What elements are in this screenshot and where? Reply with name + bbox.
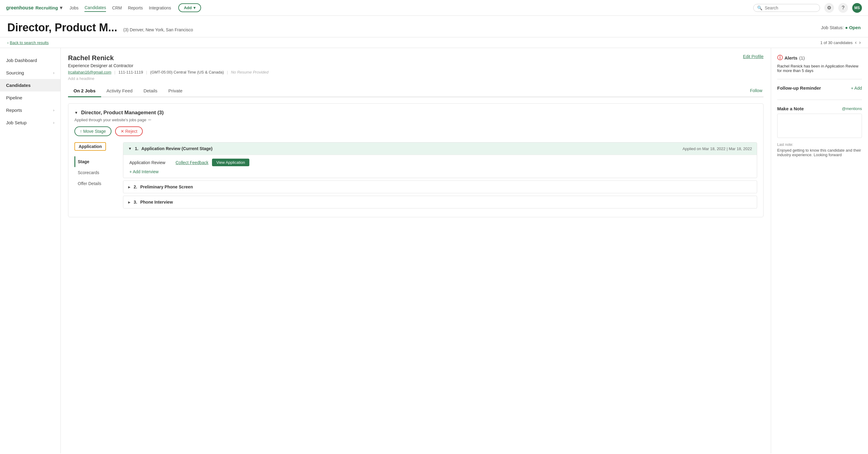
tabs: On 2 Jobs Activity Feed Details Private … [68, 85, 764, 97]
nav-crm[interactable]: CRM [112, 4, 122, 11]
add-reminder-link[interactable]: + Add [851, 86, 862, 91]
edit-source-icon[interactable]: ✏ [148, 118, 152, 122]
job-header: Director, Product M... (3) Denver, New Y… [0, 16, 868, 37]
nav-integrations[interactable]: Integrations [149, 4, 171, 11]
stage-sidebar: Application Stage Scorecards Offer Detai… [74, 142, 123, 211]
stage-1-date: Applied on Mar 18, 2022 | Mar 18, 2022 [682, 147, 752, 151]
status-dot: ● [845, 25, 849, 30]
nav-candidates[interactable]: Candidates [85, 4, 106, 12]
back-link-label[interactable]: Back to search results [10, 40, 49, 45]
sidebar-item-label: Reports [6, 108, 22, 113]
tab-private[interactable]: Private [163, 85, 188, 97]
sidebar-item-candidates[interactable]: Candidates [0, 79, 60, 91]
settings-icon: ⚙ [827, 5, 831, 11]
job-status: Job Status: ● Open [821, 21, 861, 30]
settings-button[interactable]: ⚙ [824, 3, 834, 13]
edit-profile-link[interactable]: Edit Profile [743, 54, 764, 59]
stage-content: ▼ 1. Application Review (Current Stage) … [123, 142, 757, 211]
help-button[interactable]: ? [838, 3, 848, 13]
note-textarea[interactable] [777, 114, 862, 138]
alerts-count: (1) [799, 55, 805, 60]
job-card: ▼ Director, Product Management (3) Appli… [68, 103, 764, 217]
search-icon: 🔍 [757, 5, 762, 10]
sidebar: Job Dashboard Sourcing › Candidates Pipe… [0, 48, 61, 453]
next-arrow[interactable]: › [859, 40, 861, 45]
prev-arrow[interactable]: ‹ [855, 40, 857, 45]
profile-meta: lrcallahan16@gmail.com | 111-111-1119 | … [68, 70, 269, 74]
sidebar-arrow-icon: › [53, 71, 54, 75]
stage-sidebar-offer-details[interactable]: Offer Details [74, 178, 123, 189]
stage-2-collapse-icon[interactable]: ▶ [128, 185, 131, 189]
sidebar-item-label: Sourcing [6, 70, 24, 75]
collapse-icon[interactable]: ▼ [74, 111, 78, 115]
stage-row-2: ▶ 2. Preliminary Phone Screen [123, 181, 757, 193]
stage-2-header: ▶ 2. Preliminary Phone Screen [123, 181, 757, 193]
alerts-section: ⓘ Alerts (1) Rachel Renick has been in A… [777, 54, 862, 79]
note-section: Make a Note @mentions Last note: Enjoyed… [777, 106, 862, 157]
stage-3-header: ▶ 3. Phone Interview [123, 196, 757, 208]
alerts-label: Alerts [784, 55, 798, 60]
profile-info: Rachel Renick Experience Designer at Con… [68, 54, 269, 81]
add-interview-link[interactable]: + Add Interview [129, 169, 158, 174]
sidebar-arrow-icon: › [53, 121, 54, 125]
status-value: Open [849, 25, 861, 30]
job-card-source: Applied through your website's jobs page… [74, 118, 757, 122]
avatar-initials: MS [854, 6, 860, 10]
stage-2-num: 2. [134, 184, 137, 189]
mentions-link[interactable]: @mentions [842, 107, 862, 111]
add-headline[interactable]: Add a headline [68, 76, 269, 81]
sidebar-item-job-dashboard[interactable]: Job Dashboard [0, 54, 60, 66]
top-nav: greenhouse Recruiting ▾ Jobs Candidates … [0, 0, 868, 16]
collect-feedback-link[interactable]: Collect Feedback [176, 160, 208, 165]
search-input[interactable] [765, 5, 816, 10]
sidebar-item-pipeline[interactable]: Pipeline [0, 91, 60, 104]
stage-1-num: 1. [135, 146, 138, 151]
tab-on-2-jobs[interactable]: On 2 Jobs [68, 85, 101, 97]
sidebar-arrow-icon: › [53, 108, 54, 113]
search-box: 🔍 [753, 4, 820, 12]
application-badge[interactable]: Application [74, 142, 106, 151]
pagination-text: 1 of 30 candidates [820, 40, 852, 45]
pagination: 1 of 30 candidates ‹ › [820, 40, 861, 45]
alerts-text: Rachel Renick has been in Application Re… [777, 64, 862, 73]
content-area: Rachel Renick Experience Designer at Con… [61, 48, 771, 453]
profile-email[interactable]: lrcallahan16@gmail.com [68, 70, 112, 74]
tab-activity-feed[interactable]: Activity Feed [101, 85, 138, 97]
alert-icon: ⓘ [777, 54, 783, 61]
profile-timezone: (GMT-05:00) Central Time (US & Canada) [150, 70, 224, 74]
follow-link[interactable]: Follow [749, 85, 764, 97]
sidebar-item-label: Candidates [6, 83, 31, 88]
last-note: Last note: Enjoyed getting to know this … [777, 143, 862, 157]
stage-sidebar-scorecards[interactable]: Scorecards [74, 167, 123, 178]
sidebar-item-sourcing[interactable]: Sourcing › [0, 66, 60, 79]
sidebar-item-job-setup[interactable]: Job Setup › [0, 116, 60, 129]
stage-3-collapse-icon[interactable]: ▶ [128, 201, 131, 204]
stage-1-collapse-icon[interactable]: ▼ [128, 147, 132, 151]
move-stage-button[interactable]: ↑ Move Stage [74, 126, 112, 136]
profile-phone: 111-111-1119 [119, 70, 143, 74]
stage-layout: Application Stage Scorecards Offer Detai… [74, 142, 757, 211]
back-link[interactable]: ‹ Back to search results [7, 40, 49, 45]
view-application-button[interactable]: View Application [212, 159, 249, 166]
alerts-title: ⓘ Alerts (1) [777, 54, 862, 61]
stage-1-name: Application Review (Current Stage) [142, 146, 213, 151]
follow-up-section: Follow-up Reminder + Add [777, 85, 862, 100]
nav-reports[interactable]: Reports [128, 4, 143, 11]
reject-button[interactable]: ✕ Reject [115, 126, 143, 136]
stage-detail-label: Application Review [129, 160, 172, 165]
nav-jobs[interactable]: Jobs [69, 4, 79, 11]
back-arrow-icon: ‹ [7, 40, 8, 45]
stage-2-name: Preliminary Phone Screen [140, 184, 193, 189]
tab-details[interactable]: Details [138, 85, 163, 97]
sidebar-item-label: Job Dashboard [6, 58, 37, 63]
action-buttons: ↑ Move Stage ✕ Reject [74, 126, 757, 136]
add-button[interactable]: Add ▾ [178, 3, 201, 12]
job-title: Director, Product M... [7, 21, 117, 34]
stage-sidebar-stage[interactable]: Stage [78, 159, 89, 164]
avatar-button[interactable]: MS [852, 3, 862, 13]
brand-dropdown-icon[interactable]: ▾ [60, 5, 62, 11]
stage-row-3: ▶ 3. Phone Interview [123, 196, 757, 209]
last-note-text: Enjoyed getting to know this candidate a… [777, 148, 862, 157]
sidebar-item-reports[interactable]: Reports › [0, 104, 60, 116]
sidebar-item-label: Pipeline [6, 95, 22, 100]
